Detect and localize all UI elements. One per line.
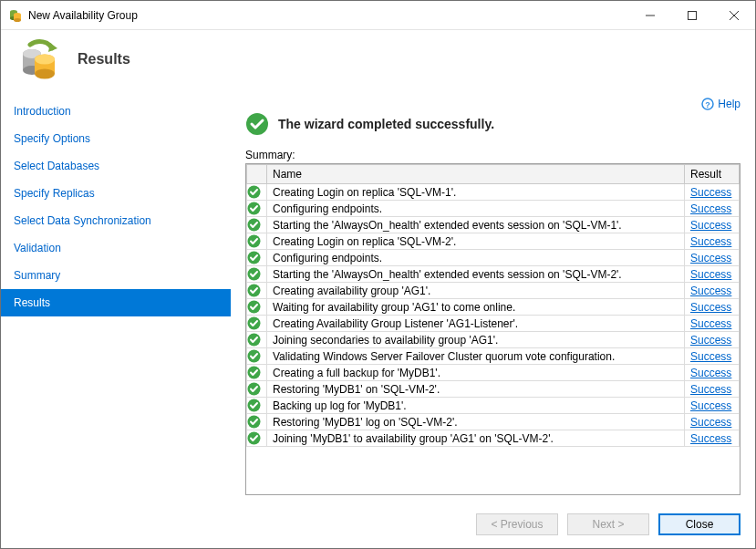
status-row: The wizard completed successfully. xyxy=(245,112,740,136)
body: IntroductionSpecify OptionsSelect Databa… xyxy=(1,90,755,501)
result-link[interactable]: Success xyxy=(690,252,731,264)
success-check-icon xyxy=(247,316,267,332)
success-check-icon xyxy=(247,283,267,299)
nav-step[interactable]: Specify Options xyxy=(1,125,231,152)
result-link[interactable]: Success xyxy=(690,268,731,281)
success-check-icon xyxy=(245,112,269,136)
row-name: Configuring endpoints. xyxy=(267,201,685,217)
row-result: Success xyxy=(685,217,740,233)
table-row: Creating availability group 'AG1'.Succes… xyxy=(247,283,740,299)
nav-steps: IntroductionSpecify OptionsSelect Databa… xyxy=(1,90,231,501)
table-row: Creating Login on replica 'SQL-VM-2'.Suc… xyxy=(247,233,740,250)
row-name: Restoring 'MyDB1' log on 'SQL-VM-2'. xyxy=(267,414,685,430)
svg-point-5 xyxy=(14,18,21,22)
minimize-button[interactable] xyxy=(629,2,671,29)
row-name: Starting the 'AlwaysOn_health' extended … xyxy=(267,217,685,233)
row-name: Starting the 'AlwaysOn_health' extended … xyxy=(267,266,685,283)
success-check-icon xyxy=(247,332,267,348)
success-check-icon xyxy=(247,365,267,381)
result-link[interactable]: Success xyxy=(690,367,731,379)
help-icon: ? xyxy=(701,98,714,110)
status-message: The wizard completed successfully. xyxy=(278,117,494,131)
table-row: Starting the 'AlwaysOn_health' extended … xyxy=(247,266,740,283)
row-result: Success xyxy=(685,283,740,299)
row-result: Success xyxy=(685,233,740,250)
success-check-icon xyxy=(247,348,267,365)
table-row: Creating a full backup for 'MyDB1'.Succe… xyxy=(247,365,740,381)
row-name: Creating a full backup for 'MyDB1'. xyxy=(267,365,685,381)
results-grid[interactable]: Name Result Creating Login on replica 'S… xyxy=(245,163,740,495)
col-header-result[interactable]: Result xyxy=(685,165,740,184)
previous-button: < Previous xyxy=(476,513,558,535)
table-row: Joining secondaries to availability grou… xyxy=(247,332,740,348)
row-name: Joining 'MyDB1' to availability group 'A… xyxy=(267,430,685,447)
header: Results xyxy=(1,30,755,90)
success-check-icon xyxy=(247,184,267,201)
row-name: Creating availability group 'AG1'. xyxy=(267,283,685,299)
success-check-icon xyxy=(247,233,267,250)
row-result: Success xyxy=(685,184,740,201)
result-link[interactable]: Success xyxy=(690,416,731,429)
row-result: Success xyxy=(685,250,740,266)
table-row: Joining 'MyDB1' to availability group 'A… xyxy=(247,430,740,447)
result-link[interactable]: Success xyxy=(690,334,731,347)
table-row: Creating Login on replica 'SQL-VM-1'.Suc… xyxy=(247,184,740,201)
nav-step[interactable]: Introduction xyxy=(1,98,231,125)
table-row: Configuring endpoints.Success xyxy=(247,201,740,217)
nav-step[interactable]: Select Databases xyxy=(1,152,231,180)
success-check-icon xyxy=(247,250,267,266)
button-row: < Previous Next > Close xyxy=(1,501,755,548)
table-row: Backing up log for 'MyDB1'.Success xyxy=(247,398,740,414)
row-result: Success xyxy=(685,414,740,430)
wizard-icon xyxy=(17,37,61,81)
row-result: Success xyxy=(685,201,740,217)
row-result: Success xyxy=(685,381,740,398)
maximize-button[interactable] xyxy=(671,2,713,29)
nav-step[interactable]: Summary xyxy=(1,262,231,289)
table-row: Validating Windows Server Failover Clust… xyxy=(247,348,740,365)
close-button[interactable] xyxy=(713,2,755,29)
table-row: Restoring 'MyDB1' log on 'SQL-VM-2'.Succ… xyxy=(247,414,740,430)
nav-step[interactable]: Results xyxy=(1,289,231,316)
row-result: Success xyxy=(685,299,740,316)
result-link[interactable]: Success xyxy=(690,202,731,215)
help-link[interactable]: ? Help xyxy=(701,98,740,110)
help-label: Help xyxy=(718,98,740,110)
row-name: Waiting for availability group 'AG1' to … xyxy=(267,299,685,316)
nav-step[interactable]: Select Data Synchronization xyxy=(1,207,231,234)
nav-step[interactable]: Validation xyxy=(1,234,231,262)
table-row: Waiting for availability group 'AG1' to … xyxy=(247,299,740,316)
result-link[interactable]: Success xyxy=(690,399,731,412)
svg-point-18 xyxy=(35,55,55,65)
success-check-icon xyxy=(247,217,267,233)
row-name: Creating Login on replica 'SQL-VM-2'. xyxy=(267,233,685,250)
result-link[interactable]: Success xyxy=(690,186,731,199)
help-row: ? Help xyxy=(245,98,740,110)
result-link[interactable]: Success xyxy=(690,350,731,363)
row-name: Restoring 'MyDB1' on 'SQL-VM-2'. xyxy=(267,381,685,398)
row-name: Creating Login on replica 'SQL-VM-1'. xyxy=(267,184,685,201)
table-row: Starting the 'AlwaysOn_health' extended … xyxy=(247,217,740,233)
row-result: Success xyxy=(685,430,740,447)
close-wizard-button[interactable]: Close xyxy=(658,513,740,535)
result-link[interactable]: Success xyxy=(690,301,731,314)
table-row: Restoring 'MyDB1' on 'SQL-VM-2'.Success xyxy=(247,381,740,398)
svg-text:?: ? xyxy=(706,100,711,109)
row-result: Success xyxy=(685,316,740,332)
success-check-icon xyxy=(247,398,267,414)
row-name: Backing up log for 'MyDB1'. xyxy=(267,398,685,414)
success-check-icon xyxy=(247,414,267,430)
main-panel: ? Help The wizard completed successfully… xyxy=(231,90,755,501)
result-link[interactable]: Success xyxy=(690,383,731,396)
result-link[interactable]: Success xyxy=(690,219,731,232)
result-link[interactable]: Success xyxy=(690,432,731,445)
result-link[interactable]: Success xyxy=(690,285,731,297)
nav-step[interactable]: Specify Replicas xyxy=(1,180,231,207)
col-header-name[interactable]: Name xyxy=(267,165,685,184)
result-link[interactable]: Success xyxy=(690,235,731,248)
col-header-icon[interactable] xyxy=(247,165,267,184)
app-icon xyxy=(8,8,23,23)
result-link[interactable]: Success xyxy=(690,317,731,330)
row-result: Success xyxy=(685,332,740,348)
results-table: Name Result Creating Login on replica 'S… xyxy=(246,164,740,447)
